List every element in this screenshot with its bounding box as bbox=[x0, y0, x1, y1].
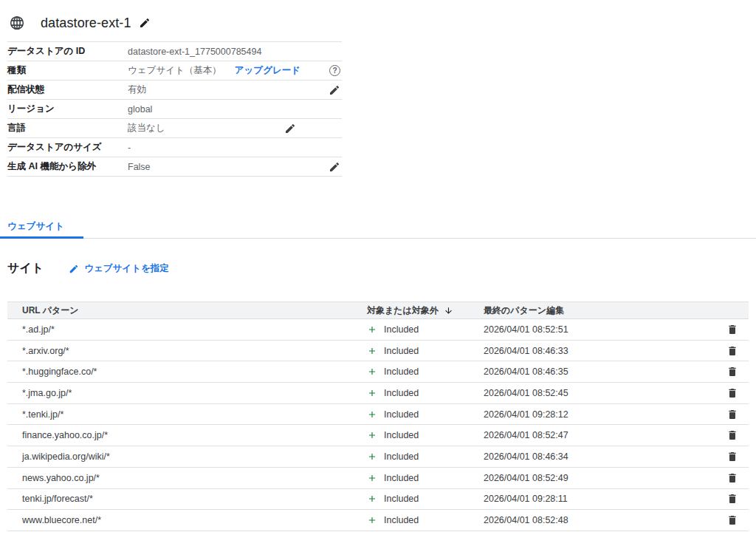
trash-icon[interactable] bbox=[724, 449, 740, 465]
table-row: finance.yahoo.co.jp/* Included 2026/04/0… bbox=[7, 425, 749, 446]
edit-pencil-icon[interactable] bbox=[283, 121, 298, 136]
inclusion-cell: Included bbox=[367, 473, 484, 483]
inclusion-label: Included bbox=[384, 451, 419, 462]
plus-icon bbox=[367, 366, 377, 377]
edit-pencil-icon[interactable] bbox=[327, 83, 342, 98]
property-row: データストアのサイズ - ? bbox=[7, 138, 342, 157]
trash-icon[interactable] bbox=[724, 512, 740, 528]
inclusion-label: Included bbox=[384, 473, 419, 483]
inclusion-cell: Included bbox=[367, 430, 484, 440]
actions-cell bbox=[716, 470, 749, 486]
trash-icon[interactable] bbox=[724, 406, 740, 423]
actions-cell bbox=[716, 385, 749, 401]
property-row: データストアの ID datastore-ext-1_1775000785494… bbox=[7, 42, 342, 61]
trash-icon[interactable] bbox=[724, 491, 740, 507]
tab-website[interactable]: ウェブサイト bbox=[0, 216, 83, 239]
site-section-title: サイト bbox=[7, 261, 44, 276]
url-pattern-cell: *.arxiv.org/* bbox=[7, 346, 367, 356]
inclusion-cell: Included bbox=[367, 366, 484, 377]
property-row: 生成 AI 機能から除外 False ? bbox=[7, 157, 342, 177]
inclusion-label: Included bbox=[384, 430, 419, 440]
page-title: datastore-ext-1 bbox=[41, 16, 131, 31]
inclusion-label: Included bbox=[384, 346, 419, 356]
plus-icon bbox=[367, 494, 377, 504]
last-edited-cell: 2026/04/01 08:52:47 bbox=[484, 430, 716, 440]
property-label: 言語 bbox=[7, 122, 128, 134]
property-value: global bbox=[128, 104, 152, 115]
inclusion-label: Included bbox=[384, 515, 419, 525]
trash-icon[interactable] bbox=[724, 470, 740, 486]
property-label: 生成 AI 機能から除外 bbox=[7, 160, 128, 173]
plus-icon bbox=[367, 430, 377, 440]
specify-website-link[interactable]: ウェブサイトを指定 bbox=[69, 262, 169, 275]
specify-website-label: ウェブサイトを指定 bbox=[84, 262, 169, 275]
url-pattern-cell: finance.yahoo.co.jp/* bbox=[7, 430, 367, 440]
table-row: *.arxiv.org/* Included 2026/04/01 08:46:… bbox=[7, 341, 749, 362]
table-row: www.bluecore.net/* Included 2026/04/01 0… bbox=[7, 510, 749, 531]
property-value: datastore-ext-1_1775000785494 bbox=[128, 47, 261, 57]
trash-icon[interactable] bbox=[724, 385, 740, 401]
edit-pencil-icon[interactable] bbox=[327, 160, 342, 174]
actions-cell bbox=[716, 512, 749, 528]
actions-cell bbox=[716, 491, 749, 507]
url-pattern-cell: *.huggingface.co/* bbox=[7, 366, 367, 377]
plus-icon bbox=[367, 451, 377, 462]
url-pattern-cell: news.yahoo.co.jp/* bbox=[7, 473, 367, 483]
inclusion-cell: Included bbox=[367, 515, 484, 525]
table-row: tenki.jp/forecast/* Included 2026/04/01 … bbox=[7, 489, 749, 511]
property-label: 種類 bbox=[7, 64, 128, 77]
trash-icon[interactable] bbox=[724, 343, 740, 359]
url-pattern-cell: ja.wikipedia.org/wiki/* bbox=[7, 451, 367, 462]
tab-label: ウェブサイト bbox=[7, 220, 64, 233]
property-row: 種類 ウェブサイト（基本） アップグレード ? bbox=[7, 61, 342, 81]
table-body: *.ad.jp/* Included 2026/04/01 08:52:51 *… bbox=[7, 319, 749, 531]
property-row: 配信状態 有効 ? bbox=[7, 81, 342, 100]
url-pattern-cell: *.jma.go.jp/* bbox=[7, 388, 367, 398]
plus-icon bbox=[367, 324, 377, 335]
trash-icon[interactable] bbox=[724, 364, 740, 380]
table-row: *.jma.go.jp/* Included 2026/04/01 08:52:… bbox=[7, 383, 749, 404]
actions-cell bbox=[716, 427, 749, 443]
inclusion-label: Included bbox=[384, 494, 419, 504]
arrow-down-icon bbox=[444, 306, 453, 316]
column-header-inclusion[interactable]: 対象または対象外 bbox=[367, 304, 484, 317]
actions-cell bbox=[716, 449, 749, 465]
url-pattern-cell: *.ad.jp/* bbox=[7, 324, 367, 335]
datastore-properties: データストアの ID datastore-ext-1_1775000785494… bbox=[7, 41, 342, 177]
table-row: ja.wikipedia.org/wiki/* Included 2026/04… bbox=[7, 446, 749, 468]
page-header: datastore-ext-1 bbox=[0, 0, 756, 34]
property-label: データストアの ID bbox=[7, 45, 128, 58]
trash-icon[interactable] bbox=[724, 321, 740, 338]
last-edited-cell: 2026/04/01 08:52:45 bbox=[484, 388, 716, 398]
plus-icon bbox=[367, 409, 377, 420]
actions-cell bbox=[716, 406, 749, 423]
last-edited-cell: 2026/04/01 09:28:11 bbox=[484, 494, 716, 504]
globe-icon bbox=[9, 15, 25, 31]
last-edited-cell: 2026/04/01 08:52:51 bbox=[484, 324, 716, 335]
table-row: *.huggingface.co/* Included 2026/04/01 0… bbox=[7, 361, 749, 383]
plus-icon bbox=[367, 346, 377, 356]
plus-icon bbox=[367, 388, 377, 398]
last-edited-cell: 2026/04/01 08:46:34 bbox=[484, 451, 716, 462]
property-label: リージョン bbox=[7, 103, 128, 115]
table-row: *.ad.jp/* Included 2026/04/01 08:52:51 bbox=[7, 319, 749, 341]
inclusion-label: Included bbox=[384, 409, 419, 420]
url-pattern-cell: tenki.jp/forecast/* bbox=[7, 494, 367, 504]
upgrade-link[interactable]: アップグレード bbox=[235, 64, 300, 77]
actions-cell bbox=[716, 321, 749, 338]
inclusion-cell: Included bbox=[367, 494, 484, 504]
property-value: 該当なし bbox=[128, 122, 165, 134]
site-section-header: サイト ウェブサイトを指定 bbox=[7, 260, 756, 277]
column-header-inclusion-label: 対象または対象外 bbox=[367, 304, 439, 317]
last-edited-cell: 2026/04/01 08:46:33 bbox=[484, 346, 716, 356]
property-label: データストアのサイズ bbox=[7, 141, 128, 154]
table-row: news.yahoo.co.jp/* Included 2026/04/01 0… bbox=[7, 468, 749, 489]
inclusion-cell: Included bbox=[367, 346, 484, 356]
table-row: *.tenki.jp/* Included 2026/04/01 09:28:1… bbox=[7, 404, 749, 426]
property-value: - bbox=[128, 143, 131, 153]
edit-title-button[interactable] bbox=[137, 16, 152, 30]
help-circle-icon[interactable]: ? bbox=[329, 65, 340, 76]
trash-icon[interactable] bbox=[724, 427, 740, 443]
plus-icon bbox=[367, 515, 377, 525]
property-value: False bbox=[128, 162, 151, 172]
